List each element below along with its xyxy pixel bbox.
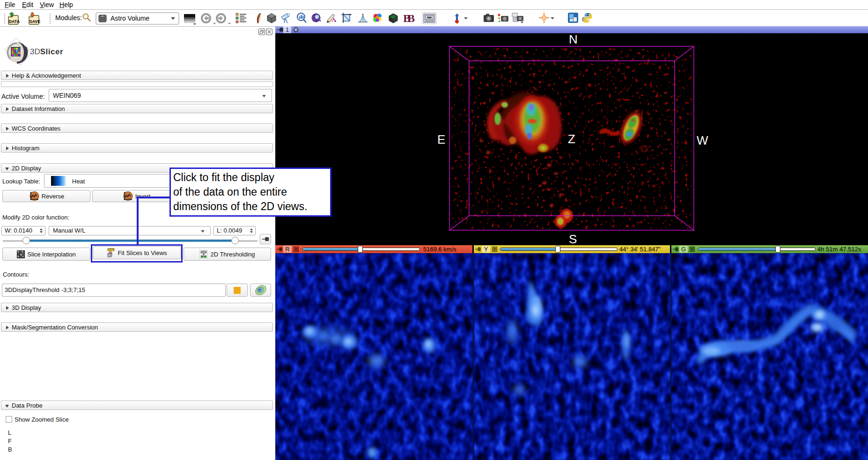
- svg-text:Z: Z: [568, 132, 575, 146]
- svg-text:DATA: DATA: [9, 19, 20, 24]
- svg-text:Astro Volume: Astro Volume: [110, 15, 149, 22]
- svg-text:S: S: [569, 232, 577, 245]
- svg-text:W: W: [697, 133, 708, 147]
- svg-text:SAVE: SAVE: [29, 19, 41, 24]
- svg-text:N: N: [569, 33, 578, 46]
- svg-text:E: E: [437, 132, 445, 146]
- svg-text:B: B: [407, 12, 415, 24]
